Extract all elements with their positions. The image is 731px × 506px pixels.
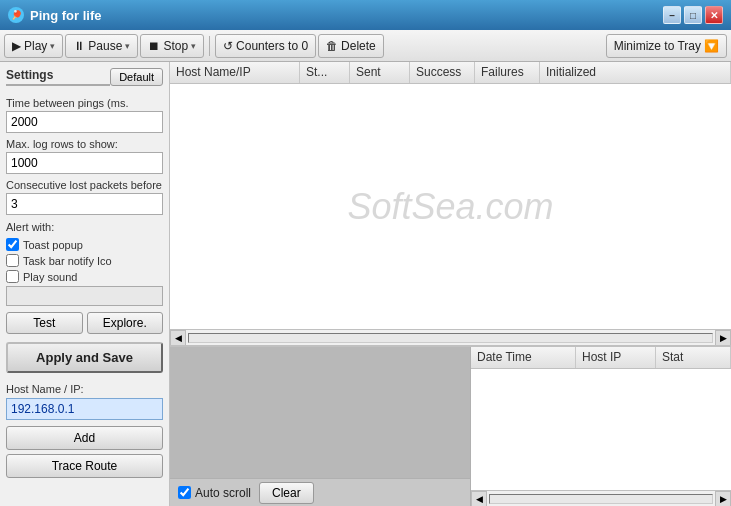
taskbar-notify-label: Task bar notify Ico <box>23 255 112 267</box>
hscroll-track[interactable] <box>188 333 713 343</box>
alert-label: Alert with: <box>6 221 163 233</box>
th-host: Host Name/IP <box>170 62 300 83</box>
default-button[interactable]: Default <box>110 68 163 86</box>
taskbar-notify-row[interactable]: Task bar notify Ico <box>6 254 163 267</box>
events-hscroll-right[interactable]: ▶ <box>715 491 731 507</box>
th-failures: Failures <box>475 62 540 83</box>
minimize-button[interactable]: – <box>663 6 681 24</box>
consecutive-input[interactable] <box>6 193 163 215</box>
ping-interval-label: Time between pings (ms. <box>6 97 163 109</box>
main-table-body: SoftSea.com <box>170 84 731 329</box>
apply-save-button[interactable]: Apply and Save <box>6 342 163 373</box>
pause-dropdown-icon: ▾ <box>125 41 130 51</box>
pause-icon: ⏸ <box>73 39 85 53</box>
watermark: SoftSea.com <box>347 186 553 228</box>
auto-scroll-row[interactable]: Auto scroll <box>178 486 251 500</box>
test-explore-row: Test Explore. <box>6 312 163 334</box>
main-table-area: Host Name/IP St... Sent Success Failures… <box>170 62 731 346</box>
toolbar-right: Minimize to Tray 🔽 <box>606 34 727 58</box>
play-dropdown-icon: ▾ <box>50 41 55 51</box>
th-st: St... <box>300 62 350 83</box>
th-initialized: Initialized <box>540 62 731 83</box>
clear-button[interactable]: Clear <box>259 482 314 504</box>
eth-hostip: Host IP <box>576 347 656 368</box>
pause-button[interactable]: ⏸ Pause ▾ <box>65 34 138 58</box>
toolbar: ▶ Play ▾ ⏸ Pause ▾ ⏹ Stop ▾ ↺ Counters t… <box>0 30 731 62</box>
hscroll-right-button[interactable]: ▶ <box>715 330 731 346</box>
color-input <box>6 286 163 306</box>
settings-header: Settings Default <box>6 68 163 86</box>
title-bar-left: 🏓 Ping for life <box>8 7 102 23</box>
toast-popup-checkbox[interactable] <box>6 238 19 251</box>
bottom-area: Auto scroll Clear Date Time Host IP Stat… <box>170 346 731 506</box>
ping-interval-input[interactable] <box>6 111 163 133</box>
log-controls: Auto scroll Clear <box>170 478 470 506</box>
add-button[interactable]: Add <box>6 426 163 450</box>
minimize-tray-icon: 🔽 <box>704 39 719 53</box>
th-success: Success <box>410 62 475 83</box>
toast-popup-row[interactable]: Toast popup <box>6 238 163 251</box>
eth-datetime: Date Time <box>471 347 576 368</box>
events-header: Date Time Host IP Stat <box>471 347 731 369</box>
toast-popup-label: Toast popup <box>23 239 83 251</box>
host-input[interactable] <box>6 398 163 420</box>
counters-button[interactable]: ↺ Counters to 0 <box>215 34 316 58</box>
counters-icon: ↺ <box>223 39 233 53</box>
events-body <box>471 369 731 490</box>
toolbar-separator-1 <box>209 36 210 56</box>
eth-stat: Stat <box>656 347 731 368</box>
settings-label: Settings <box>6 68 110 86</box>
play-sound-checkbox[interactable] <box>6 270 19 283</box>
main-table-hscroll[interactable]: ◀ ▶ <box>170 329 731 345</box>
right-area: Host Name/IP St... Sent Success Failures… <box>170 62 731 506</box>
log-area: Auto scroll Clear <box>170 347 471 506</box>
events-hscroll[interactable]: ◀ ▶ <box>471 490 731 506</box>
hscroll-left-button[interactable]: ◀ <box>170 330 186 346</box>
events-area: Date Time Host IP Stat ◀ ▶ <box>471 347 731 506</box>
play-button[interactable]: ▶ Play ▾ <box>4 34 63 58</box>
taskbar-notify-checkbox[interactable] <box>6 254 19 267</box>
stop-button[interactable]: ⏹ Stop ▾ <box>140 34 204 58</box>
stop-dropdown-icon: ▾ <box>191 41 196 51</box>
events-hscroll-left[interactable]: ◀ <box>471 491 487 507</box>
events-hscroll-track[interactable] <box>489 494 713 504</box>
delete-icon: 🗑 <box>326 39 338 53</box>
main-table-header: Host Name/IP St... Sent Success Failures… <box>170 62 731 84</box>
max-log-input[interactable] <box>6 152 163 174</box>
window-title: Ping for life <box>30 8 102 23</box>
th-sent: Sent <box>350 62 410 83</box>
stop-icon: ⏹ <box>148 39 160 53</box>
app-icon: 🏓 <box>8 7 24 23</box>
delete-button[interactable]: 🗑 Delete <box>318 34 384 58</box>
settings-panel: Settings Default Time between pings (ms.… <box>0 62 170 506</box>
test-button[interactable]: Test <box>6 312 83 334</box>
log-body <box>170 347 470 478</box>
trace-route-button[interactable]: Trace Route <box>6 454 163 478</box>
play-sound-row[interactable]: Play sound <box>6 270 163 283</box>
max-log-label: Max. log rows to show: <box>6 138 163 150</box>
auto-scroll-checkbox[interactable] <box>178 486 191 499</box>
host-label: Host Name / IP: <box>6 383 163 395</box>
title-bar-controls: – □ ✕ <box>663 6 723 24</box>
auto-scroll-label: Auto scroll <box>195 486 251 500</box>
play-icon: ▶ <box>12 39 21 53</box>
consecutive-label: Consecutive lost packets before <box>6 179 163 191</box>
explore-button[interactable]: Explore. <box>87 312 164 334</box>
play-sound-label: Play sound <box>23 271 77 283</box>
content-area: Settings Default Time between pings (ms.… <box>0 62 731 506</box>
window-body: ▶ Play ▾ ⏸ Pause ▾ ⏹ Stop ▾ ↺ Counters t… <box>0 30 731 506</box>
minimize-tray-button[interactable]: Minimize to Tray 🔽 <box>606 34 727 58</box>
title-bar: 🏓 Ping for life – □ ✕ <box>0 0 731 30</box>
maximize-button[interactable]: □ <box>684 6 702 24</box>
close-button[interactable]: ✕ <box>705 6 723 24</box>
